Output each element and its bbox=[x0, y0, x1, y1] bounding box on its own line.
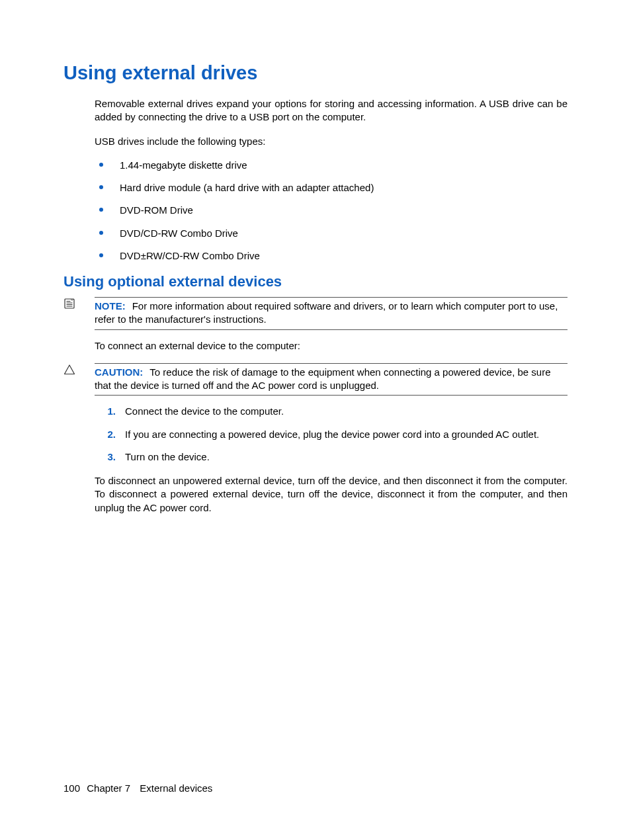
intro-paragraph-2: USB drives include the following types: bbox=[95, 135, 568, 148]
heading-using-external-drives: Using external drives bbox=[63, 62, 568, 84]
intro-block: Removable external drives expand your op… bbox=[95, 97, 568, 263]
note-icon bbox=[63, 298, 75, 310]
note-body: NOTE:For more information about required… bbox=[95, 297, 568, 330]
chapter-title: External devices bbox=[140, 782, 212, 794]
list-item-text: DVD/CD-RW Combo Drive bbox=[120, 228, 238, 239]
note-label: NOTE: bbox=[95, 300, 126, 312]
intro-paragraph-1: Removable external drives expand your op… bbox=[95, 97, 568, 124]
list-item-text: DVD-ROM Drive bbox=[120, 204, 193, 216]
step-text: Connect the device to the computer. bbox=[125, 405, 284, 417]
connect-intro: To connect an external device to the com… bbox=[95, 339, 568, 353]
step-number: 3. bbox=[89, 450, 116, 464]
steps-block: 1.Connect the device to the computer. 2.… bbox=[95, 405, 568, 515]
step-number: 2. bbox=[89, 428, 116, 441]
step-item: 3.Turn on the device. bbox=[95, 450, 568, 464]
page-content: Using external drives Removable external… bbox=[63, 62, 568, 525]
bullet-icon bbox=[99, 185, 103, 189]
chapter-label: Chapter 7 bbox=[87, 782, 130, 794]
disconnect-paragraph: To disconnect an unpowered external devi… bbox=[95, 474, 568, 515]
caution-icon bbox=[63, 364, 75, 376]
step-text: Turn on the device. bbox=[125, 451, 210, 462]
list-item: DVD-ROM Drive bbox=[95, 204, 568, 217]
note-callout: NOTE:For more information about required… bbox=[79, 297, 568, 330]
bullet-icon bbox=[99, 208, 103, 212]
connect-block: To connect an external device to the com… bbox=[95, 339, 568, 353]
list-item: DVD±RW/CD-RW Combo Drive bbox=[95, 249, 568, 263]
list-item: 1.44-megabyte diskette drive bbox=[95, 159, 568, 172]
bullet-icon bbox=[99, 231, 103, 235]
list-item: DVD/CD-RW Combo Drive bbox=[95, 227, 568, 240]
connect-steps: 1.Connect the device to the computer. 2.… bbox=[95, 405, 568, 464]
caution-callout: CAUTION:To reduce the risk of damage to … bbox=[79, 363, 568, 396]
list-item-text: Hard drive module (a hard drive with an … bbox=[120, 182, 374, 193]
usb-drive-types-list: 1.44-megabyte diskette drive Hard drive … bbox=[95, 159, 568, 263]
step-item: 2.If you are connecting a powered device… bbox=[95, 428, 568, 441]
caution-label: CAUTION: bbox=[95, 366, 143, 378]
caution-text: To reduce the risk of damage to the equi… bbox=[95, 366, 551, 391]
list-item-text: DVD±RW/CD-RW Combo Drive bbox=[120, 250, 260, 261]
bullet-icon bbox=[99, 163, 103, 167]
bullet-icon bbox=[99, 253, 103, 257]
page-footer: 100 Chapter 7 External devices bbox=[63, 782, 212, 794]
heading-using-optional-external-devices: Using optional external devices bbox=[63, 273, 568, 290]
caution-body: CAUTION:To reduce the risk of damage to … bbox=[95, 363, 568, 396]
page-number: 100 bbox=[63, 782, 80, 794]
step-number: 1. bbox=[89, 405, 116, 418]
step-item: 1.Connect the device to the computer. bbox=[95, 405, 568, 418]
list-item-text: 1.44-megabyte diskette drive bbox=[120, 159, 247, 171]
list-item: Hard drive module (a hard drive with an … bbox=[95, 181, 568, 194]
step-text: If you are connecting a powered device, … bbox=[125, 429, 539, 440]
note-text: For more information about required soft… bbox=[95, 300, 558, 325]
